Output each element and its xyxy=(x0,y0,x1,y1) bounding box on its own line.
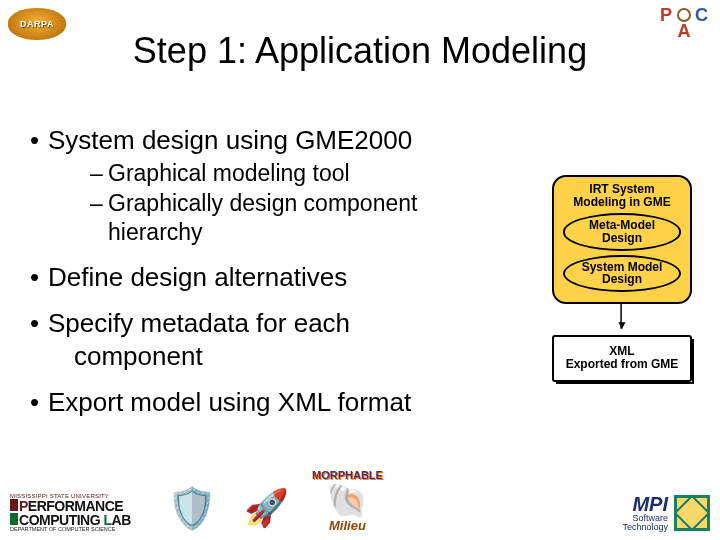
bullet-4: •Export model using XML format xyxy=(30,386,530,419)
dash-icon: – xyxy=(90,159,108,188)
dash-icon: – xyxy=(90,189,108,218)
diagram-box-top: IRT System Modeling in GME Meta-Model De… xyxy=(552,175,692,304)
bullet-2: •Define design alternatives xyxy=(30,261,530,294)
bullet-dot-icon: • xyxy=(30,124,48,157)
bullet-dot-icon: • xyxy=(30,261,48,294)
bullet-4-text: Export model using XML format xyxy=(48,387,411,417)
diagram-header: IRT System Modeling in GME xyxy=(560,183,684,209)
bullet-dot-icon: • xyxy=(30,307,48,340)
diagram-arrow-down-icon: │ xyxy=(552,304,692,333)
perf-lab-bar-icon xyxy=(10,499,18,511)
perf-lab-performance-line: PERFORMANCE xyxy=(10,499,142,513)
mpi-logo: MPI Software Technology xyxy=(622,494,710,532)
pca-gear-icon xyxy=(677,8,691,22)
diagram-box-xml: XML Exported from GME xyxy=(552,335,692,383)
pca-letter-p: P xyxy=(660,5,672,25)
diagram: IRT System Modeling in GME Meta-Model De… xyxy=(552,175,692,382)
bullet-3-text-a: Specify metadata for each xyxy=(48,308,350,338)
bullet-1-sub-2-cont: hierarchy xyxy=(108,218,530,247)
mpi-small-2: Technology xyxy=(622,523,668,532)
bullet-1-text: System design using GME2000 xyxy=(48,125,412,155)
mpi-big-text: MPI xyxy=(622,494,668,514)
pca-letter-c: C xyxy=(695,5,708,25)
bullet-1: •System design using GME2000 xyxy=(30,124,530,157)
morphable-logo: MORPHABLE 🐚 Milieu xyxy=(312,470,383,532)
morphable-bot-text: Milieu xyxy=(329,519,366,532)
shield-logo: 🛡️ xyxy=(164,484,220,532)
slide-title: Step 1: Application Modeling xyxy=(0,30,720,72)
morphable-top-text: MORPHABLE xyxy=(312,470,383,481)
bullet-1-sub-2: –Graphically design component xyxy=(90,189,530,218)
bullet-1-sub-2-text-a: Graphically design component xyxy=(108,190,417,216)
performance-lab-logo: MISSISSIPPI STATE UNIVERSITY PERFORMANCE… xyxy=(10,493,142,533)
diagram-oval-system-model: System Model Design xyxy=(563,255,681,292)
bullet-1-sub-1: –Graphical modeling tool xyxy=(90,159,530,188)
cornucopia-icon: 🐚 xyxy=(326,483,368,517)
mpi-chip-icon xyxy=(674,495,710,531)
bullet-3: •Specify metadata for each xyxy=(30,307,530,340)
darpa-logo-text: DARPA xyxy=(20,19,54,29)
bullet-dot-icon: • xyxy=(30,386,48,419)
slide: DARPA P C A Step 1: Application Modeling… xyxy=(0,0,720,540)
shield-icon: 🛡️ xyxy=(167,485,217,532)
diagram-oval-meta-model: Meta-Model Design xyxy=(563,213,681,250)
perf-lab-computing-line: COMPUTING LAB xyxy=(10,513,142,527)
bullet-2-text: Define design alternatives xyxy=(48,262,347,292)
footer-logos: MISSISSIPPI STATE UNIVERSITY PERFORMANCE… xyxy=(10,470,710,532)
bullet-1-sub-1-text: Graphical modeling tool xyxy=(108,160,350,186)
content-area: •System design using GME2000 –Graphical … xyxy=(30,110,530,419)
bullet-3-cont: component xyxy=(74,340,530,373)
rocket-logo: 🚀 xyxy=(242,484,290,532)
perf-lab-bar-icon xyxy=(10,513,18,525)
rocket-icon: 🚀 xyxy=(244,487,289,529)
